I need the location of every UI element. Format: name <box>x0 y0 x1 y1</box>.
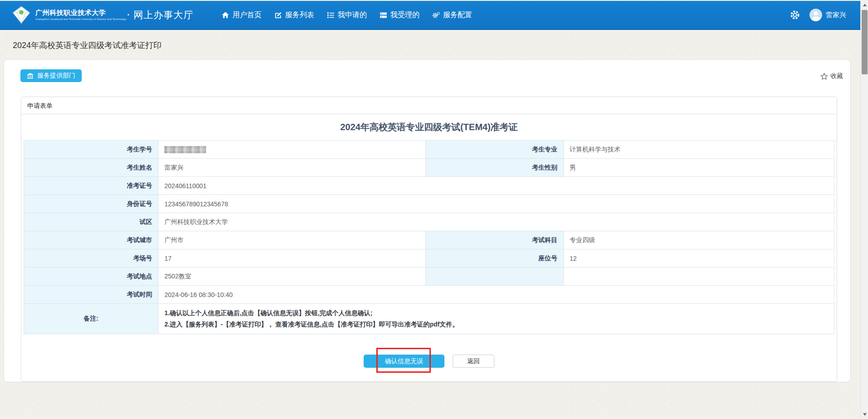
nav-item-1[interactable]: 用户首页 <box>222 10 261 20</box>
university-logo-icon <box>12 6 31 24</box>
field-value: 广州科技职业技术大学 <box>158 213 834 231</box>
remarks-text: 1.确认以上个人信息正确后,点击【确认信息无误】按钮,完成个人信息确认;2.进入… <box>158 304 834 334</box>
school-name: 广州科技职业技术大学 <box>35 9 126 17</box>
note-line: 2.进入【服务列表】-【准考证打印】， 查看准考证信息,点击【准考证打印】即可导… <box>164 319 834 330</box>
favorite-label: 收藏 <box>830 72 843 80</box>
table-row: 考试时间2024-06-16 08:30-10:40 <box>24 286 834 304</box>
field-label: 考生学号 <box>24 141 158 159</box>
brand-separator: · <box>127 10 130 20</box>
field-label: 考生姓名 <box>24 159 158 177</box>
page-title: 2024年高校英语专业四级考试准考证打印 <box>13 40 851 51</box>
nav-item-5[interactable]: 服务配置 <box>432 10 472 20</box>
field-label: 准考证号 <box>24 177 158 195</box>
bank-icon <box>27 73 34 79</box>
nav-item-3[interactable]: 我申请的 <box>327 10 367 20</box>
scroll-up-icon[interactable] <box>861 1 868 9</box>
table-row: 准考证号202406110001 <box>24 177 834 195</box>
field-value: 计算机科学与技术 <box>563 141 834 159</box>
field-label: 身份证号 <box>24 195 158 213</box>
nav-item-label: 服务配置 <box>443 10 472 20</box>
field-value: 专业四级 <box>563 231 834 249</box>
nav-menu: 用户首页服务列表我申请的我受理的服务配置 <box>222 10 485 20</box>
application-table: 考生学号考生专业计算机科学与技术考生姓名雷家兴考生性别男准考证号20240611… <box>24 140 834 334</box>
panel-heading: 申请表单 <box>21 97 837 114</box>
edit-icon <box>274 11 282 19</box>
main-content: 2024年高校英语专业四级考试准考证打印 服务提供部门 <box>0 40 868 382</box>
field-value: 男 <box>563 159 834 177</box>
field-value: 雷家兴 <box>158 159 426 177</box>
field-label: 考试城市 <box>24 231 158 249</box>
field-label: 考生专业 <box>426 141 563 159</box>
field-value: 12 <box>563 249 834 268</box>
confirm-info-button[interactable]: 确认信息无误 <box>364 355 444 368</box>
field-value: 202406110001 <box>158 177 834 195</box>
scrollbar-thumb[interactable] <box>862 10 868 74</box>
user-name[interactable]: 雷家兴 <box>826 11 846 19</box>
field-value: 广州市 <box>158 231 426 249</box>
table-row: 备注:1.确认以上个人信息正确后,点击【确认信息无误】按钮,完成个人信息确认;2… <box>24 304 834 334</box>
server-icon <box>380 11 387 19</box>
field-value: 2502教室 <box>158 268 426 286</box>
favorite-button[interactable]: 收藏 <box>820 72 843 80</box>
nav-item-label: 用户首页 <box>232 10 261 20</box>
table-row: 考试地点2502教室 <box>24 268 834 286</box>
brand-text: 广州科技职业技术大学 Guangzhou Vocational and Tech… <box>35 9 126 20</box>
field-label <box>426 268 563 286</box>
field-label: 考生性别 <box>426 159 563 177</box>
page-scrollbar[interactable] <box>860 0 868 419</box>
field-label: 考试科目 <box>426 231 563 249</box>
field-value <box>158 141 426 159</box>
field-label: 考试时间 <box>24 286 158 304</box>
table-row: 考生姓名雷家兴考生性别男 <box>24 159 834 177</box>
nav-item-label: 我受理的 <box>390 10 419 20</box>
nav-item-4[interactable]: 我受理的 <box>380 10 419 20</box>
application-form-panel: 申请表单 2024年高校英语专业四级考试(TEM4)准考证 考生学号考生专业计算… <box>21 97 837 382</box>
settings-gear-icon[interactable] <box>789 10 800 20</box>
field-label: 座位号 <box>426 249 563 268</box>
user-avatar[interactable] <box>809 9 822 21</box>
list-icon <box>327 11 335 19</box>
brand[interactable]: 广州科技职业技术大学 Guangzhou Vocational and Tech… <box>12 6 193 24</box>
panel-body: 2024年高校英语专业四级考试(TEM4)准考证 考生学号考生专业计算机科学与技… <box>21 114 837 381</box>
scroll-down-icon[interactable] <box>861 410 868 418</box>
field-value: 17 <box>158 249 426 268</box>
back-button[interactable]: 返回 <box>453 355 494 368</box>
confirm-wrap: 确认信息无误 <box>364 355 444 368</box>
field-value <box>563 268 834 286</box>
portal-name: 网上办事大厅 <box>133 9 193 21</box>
nav-item-label: 服务列表 <box>285 10 314 20</box>
star-icon <box>820 73 828 80</box>
nav-right: 雷家兴 <box>789 9 846 21</box>
service-provider-button[interactable]: 服务提供部门 <box>20 69 82 82</box>
field-label: 考试地点 <box>24 268 158 286</box>
field-value: 2024-06-16 08:30-10:40 <box>158 286 834 304</box>
action-buttons: 确认信息无误 返回 <box>24 355 834 368</box>
cogs-icon <box>432 11 440 19</box>
top-navbar: 广州科技职业技术大学 Guangzhou Vocational and Tech… <box>0 1 868 30</box>
field-value: 123456789012345678 <box>158 195 834 213</box>
table-row: 考试城市广州市考试科目专业四级 <box>24 231 834 249</box>
table-row: 试区广州科技职业技术大学 <box>24 213 834 231</box>
school-name-en: Guangzhou Vocational and Technical Unive… <box>35 18 126 21</box>
nav-item-2[interactable]: 服务列表 <box>274 10 314 20</box>
note-line: 1.确认以上个人信息正确后,点击【确认信息无误】按钮,完成个人信息确认; <box>164 307 834 319</box>
nav-item-label: 我申请的 <box>338 10 367 20</box>
card-toolbar: 服务提供部门 收藏 <box>4 60 850 82</box>
field-label: 试区 <box>24 213 158 231</box>
service-provider-label: 服务提供部门 <box>37 72 75 80</box>
redacted-student-id <box>164 146 206 153</box>
table-row: 考生学号考生专业计算机科学与技术 <box>24 141 834 159</box>
field-label: 备注: <box>24 304 158 334</box>
home-icon <box>222 11 229 19</box>
field-label: 考场号 <box>24 249 158 268</box>
table-row: 身份证号123456789012345678 <box>24 195 834 213</box>
form-title: 2024年高校英语专业四级考试(TEM4)准考证 <box>24 121 834 133</box>
service-card: 服务提供部门 收藏 申请表单 2024年高校英语专业四级考试(TEM4)准考证 <box>4 59 851 382</box>
application-table-body: 考生学号考生专业计算机科学与技术考生姓名雷家兴考生性别男准考证号20240611… <box>24 141 834 334</box>
table-row: 考场号17座位号12 <box>24 249 834 268</box>
